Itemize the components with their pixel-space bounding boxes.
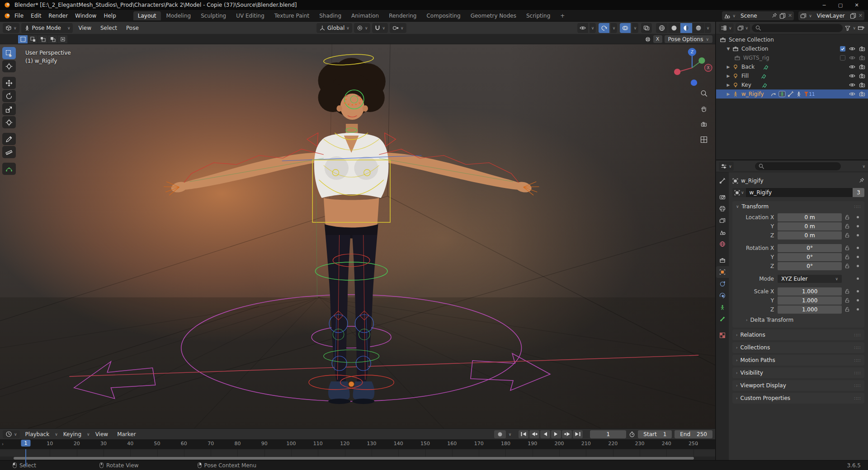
tab-animation[interactable]: Animation	[347, 11, 383, 20]
users-count-button[interactable]: 3	[853, 188, 864, 197]
menu-help[interactable]: Help	[100, 11, 119, 20]
new-scene-icon[interactable]	[779, 13, 786, 19]
lock-icon[interactable]	[844, 306, 850, 312]
viewport-display-panel[interactable]: ›Viewport Display∷∷	[732, 380, 864, 391]
hide-eye-icon[interactable]	[849, 73, 855, 79]
hide-eye-icon[interactable]	[849, 91, 855, 97]
shading-material[interactable]	[680, 23, 692, 33]
tab-tool[interactable]	[716, 175, 729, 187]
pan-control[interactable]	[698, 103, 710, 115]
collection-checkbox[interactable]	[840, 46, 845, 52]
timeline-editor-type[interactable]: ∨	[3, 430, 20, 438]
close-button[interactable]: ✕	[849, 0, 864, 9]
tool-annotate[interactable]	[2, 133, 16, 145]
zoom-control[interactable]	[698, 88, 710, 99]
rotation-z-field[interactable]: 0°	[778, 262, 842, 270]
lock-icon[interactable]	[844, 263, 850, 269]
tool-measure[interactable]	[2, 146, 16, 158]
menu-render[interactable]: Render	[45, 11, 71, 20]
frame-start-field[interactable]: Start1	[638, 430, 672, 438]
blender-menu-icon[interactable]	[4, 13, 11, 19]
animate-dot[interactable]	[853, 247, 863, 249]
lock-icon[interactable]	[844, 254, 850, 260]
next-keyframe-button[interactable]	[562, 430, 572, 438]
animate-dot[interactable]	[853, 225, 863, 227]
tab-compositing[interactable]: Compositing	[422, 11, 465, 20]
render-camera-icon[interactable]	[859, 73, 865, 79]
rotation-mode-dropdown[interactable]: XYZ Euler∨	[778, 275, 842, 283]
lock-icon[interactable]	[844, 297, 850, 303]
render-camera-icon[interactable]	[859, 82, 865, 88]
object-id-selector[interactable]: ∨	[732, 188, 746, 197]
pin-icon[interactable]	[772, 13, 777, 19]
expand-arrow[interactable]: ▶	[726, 74, 731, 78]
scene-selector[interactable]: ∨ Scene ✕	[722, 11, 794, 20]
select-extend-button[interactable]	[28, 35, 38, 43]
menu-select[interactable]: Select	[97, 24, 121, 33]
outliner-row-fill[interactable]: ▶ Fill	[716, 71, 868, 80]
object-types-dropdown[interactable]: ∨	[590, 23, 596, 33]
stopwatch-icon[interactable]	[629, 431, 635, 437]
auto-keying-button[interactable]	[494, 430, 506, 438]
lock-icon[interactable]	[844, 288, 850, 294]
tool-move[interactable]	[2, 77, 16, 89]
tab-shading[interactable]: Shading	[315, 11, 346, 20]
tab-uv-editing[interactable]: UV Editing	[231, 11, 269, 20]
animate-dot[interactable]	[853, 256, 863, 258]
lock-icon[interactable]	[844, 245, 850, 251]
tab-geometry-nodes[interactable]: Geometry Nodes	[466, 11, 521, 20]
animate-dot[interactable]	[853, 308, 863, 310]
menu-edit[interactable]: Edit	[27, 11, 45, 20]
tab-scene[interactable]	[716, 226, 729, 238]
scale-z-field[interactable]: 1.000	[778, 306, 842, 314]
menu-file[interactable]: File	[11, 11, 27, 20]
shading-rendered[interactable]	[693, 23, 704, 33]
wgts-eye-icon[interactable]	[849, 55, 855, 61]
animate-dot[interactable]	[853, 234, 863, 236]
properties-search[interactable]	[755, 162, 841, 170]
outliner-row-collection[interactable]: ▼ Collection	[716, 44, 868, 53]
select-subtract-button[interactable]	[38, 35, 47, 43]
lock-icon[interactable]	[844, 214, 850, 220]
hide-eye-icon[interactable]	[849, 64, 855, 70]
show-object-types-toggle[interactable]	[577, 23, 588, 33]
menu-window[interactable]: Window	[71, 11, 100, 20]
overlays-toggle[interactable]	[620, 23, 631, 33]
timeline-track[interactable]	[0, 449, 715, 456]
location-y-field[interactable]: 0 m	[778, 222, 842, 230]
lock-icon[interactable]	[844, 223, 850, 229]
tab-render[interactable]	[716, 191, 729, 203]
outliner-row-wgts-rig[interactable]: WGTS_rig	[716, 53, 868, 62]
outliner-row-w-rigify[interactable]: ▶ w_Rigify 11	[716, 89, 868, 99]
tool-transform[interactable]	[2, 116, 16, 128]
jump-to-end-button[interactable]	[573, 430, 583, 438]
rotation-y-field[interactable]: 0°	[778, 253, 842, 261]
menu-marker[interactable]: Marker	[113, 430, 139, 439]
tab-world[interactable]	[716, 238, 729, 250]
shading-dropdown[interactable]: ∨	[705, 23, 711, 33]
render-camera-icon[interactable]	[859, 46, 865, 52]
tab-physics[interactable]	[716, 290, 729, 301]
pose-options-dropdown[interactable]: Pose Options∨	[665, 35, 713, 43]
scale-y-field[interactable]: 1.000	[778, 296, 842, 305]
shading-solid[interactable]	[668, 23, 680, 33]
select-set-button[interactable]	[18, 35, 28, 43]
menu-playback[interactable]: Playback	[22, 430, 53, 439]
frame-end-field[interactable]: End250	[675, 430, 712, 438]
tab-view-layer[interactable]	[716, 215, 729, 226]
delete-viewlayer-icon[interactable]: ✕	[859, 13, 863, 19]
mode-selector[interactable]: Pose Mode∨	[21, 23, 73, 33]
tool-cursor[interactable]	[2, 60, 16, 72]
pin-id-icon[interactable]	[859, 178, 864, 184]
menu-tl-view[interactable]: View	[92, 430, 112, 439]
new-collection-icon[interactable]	[858, 25, 865, 31]
play-reverse-button[interactable]	[540, 430, 550, 438]
motion-paths-panel[interactable]: ›Motion Paths∷∷	[732, 355, 864, 366]
camera-view-control[interactable]	[698, 118, 710, 130]
animate-dot[interactable]	[853, 299, 863, 301]
proportional-edit[interactable]: ∨	[390, 23, 406, 33]
select-invert-button[interactable]	[48, 35, 57, 43]
pivot-point[interactable]: ∨	[354, 23, 371, 33]
play-button[interactable]	[551, 430, 561, 438]
tab-bone[interactable]	[716, 313, 729, 325]
